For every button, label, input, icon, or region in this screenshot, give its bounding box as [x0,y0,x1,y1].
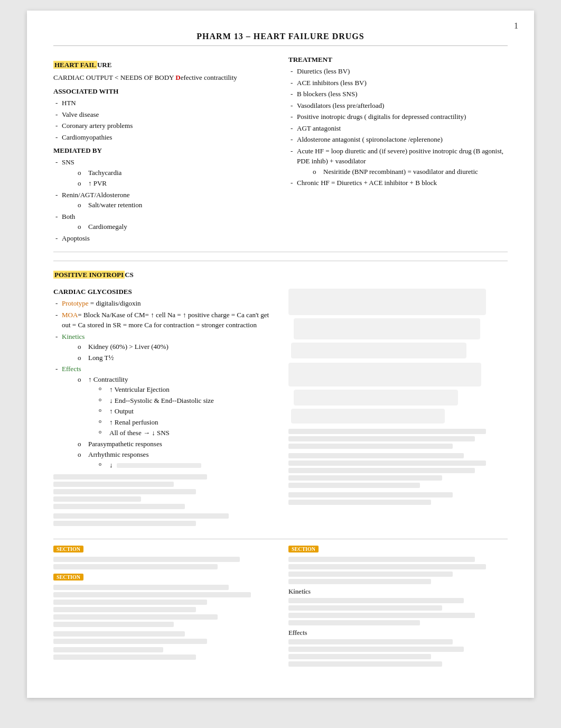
right-column: TREATMENT Diuretics (less BV) ACE inhibi… [288,56,508,245]
cardiac-glycosides-header: CARDIAC GLYCOSIDES [53,288,273,296]
list-item: Cardiomegaly [78,222,273,232]
pi-highlight: POSITIVE INOTROPI [53,271,125,279]
both-sub: Cardiomegaly [62,222,273,232]
treatment-header: TREATMENT [288,56,508,64]
heart-failure-header: HEART FAILURE [53,61,273,69]
list-item: HTN [53,98,273,108]
list-item: Nesiritide (BNP recombinant) = vasodilat… [313,167,508,177]
list-item: ↑ PVR [78,178,273,189]
list-item: Prototype = digitalis/digoxin [53,298,273,309]
kinetics-label: Kinetics [62,333,85,340]
list-item: Acute HF = loop diuretic and (if severe)… [288,146,508,177]
effects-sub-label: Effects [288,629,307,637]
moa-value: = Block Na/Kase of CM= ↑ cell Na = ↑ pos… [62,311,269,329]
effects-label: Effects [62,365,81,373]
prototype-label: Prototype [62,299,89,307]
list-item: Arrhythmic responses ↓ [78,449,273,470]
bottom-right: SECTION Kinetics Effects [288,545,508,669]
hf-highlight: HEART FAIL [53,61,97,69]
image-area [288,289,508,505]
list-item: Long T½ [78,353,273,363]
list-item: ↑ Output [99,406,273,417]
body-text-highlight: D [175,73,180,81]
list-item: Aldosterone antagonist ( spironolactone … [288,134,508,145]
kinetics-sub-label: Kinetics [288,588,311,595]
list-item: ACE inhibitors (less BV) [288,78,508,88]
list-item: Salt/water retention [78,200,273,210]
list-item: All of these → ↓ SNS [99,428,273,438]
acute-sub: Nesiritide (BNP recombinant) = vasodilat… [297,167,508,177]
list-item: ↑ Contractility ↑ Ventricular Ejection ↓… [78,374,273,438]
list-item: Valve disease [53,109,273,120]
list-item: ↓ End--Systolic & End--Diastolic size [99,395,273,406]
effects-sub: ↑ Contractility ↑ Ventricular Ejection ↓… [62,374,273,471]
cardiac-glycosides-section: CARDIAC GLYCOSIDES Prototype = digitalis… [53,285,508,528]
list-item: Renin/AGT/Aldosterone Salt/water retenti… [53,190,273,210]
associated-with-header: ASSOCIATED WITH [53,87,273,96]
page-title: PHARM 13 – HEART FAILURE DRUGS [53,32,508,46]
list-item: ↑ Ventricular Ejection [99,384,273,395]
effective-text: efective contractility [181,73,237,81]
pi-text-rest: CS [125,271,134,279]
list-item: Kinetics Kidney (60%) > Liver (40%) Long… [53,331,273,363]
kinetics-sub: Kidney (60%) > Liver (40%) Long T½ [62,342,273,363]
list-item: Diuretics (less BV) [288,66,508,77]
cardiac-glycosides-left: CARDIAC GLYCOSIDES Prototype = digitalis… [53,285,273,528]
top-section: HEART FAILURE CARDIAC OUTPUT < NEEDS OF … [53,56,508,252]
right-image-column [288,285,508,528]
list-item: B blockers (less SNS) [288,89,508,99]
list-item: Positive inotropic drugs ( digitalis for… [288,112,508,122]
positive-inotropics-header: POSITIVE INOTROPICS [53,271,508,279]
main-page: 1 PHARM 13 – HEART FAILURE DRUGS HEART F… [27,11,534,698]
cardiac-output-text: CARDIAC OUTPUT < NEEDS OF BODY [53,73,174,81]
bottom-right-badge: SECTION [288,546,319,552]
list-item: Parasympathetic responses [78,439,273,449]
mediated-by-header: MEDIATED BY [53,146,273,155]
list-item: ↓ [99,460,273,471]
list-item: Apoptosis [53,233,273,244]
list-item: Coronary artery problems [53,121,273,131]
cardiac-output-line: CARDIAC OUTPUT < NEEDS OF BODY Defective… [53,73,273,82]
treatment-list: Diuretics (less BV) ACE inhibitors (less… [288,66,508,188]
hf-text-rest: URE [97,61,111,69]
list-item: Kidney (60%) > Liver (40%) [78,342,273,352]
left-column: HEART FAILURE CARDIAC OUTPUT < NEEDS OF … [53,56,273,245]
mediated-by-list: SNS Tachycardia ↑ PVR Renin/AGT/Aldoster… [53,157,273,243]
arrhythmic-sub: ↓ [88,460,273,471]
list-item: ↑ Renal perfusion [99,417,273,428]
list-item: Effects ↑ Contractility ↑ Ventricular Ej… [53,364,273,470]
list-item: Vasodilators (less pre/afterload) [288,100,508,111]
sns-sub: Tachycardia ↑ PVR [62,168,273,189]
bottom-section: SECTION SECTION [53,539,508,669]
prototype-value: = digitalis/digoxin [89,299,141,307]
redacted-section [53,474,273,526]
bottom-left-badge: SECTION [53,546,83,552]
list-item: MOA= Block Na/Kase of CM= ↑ cell Na = ↑ … [53,310,273,330]
contractility-sub: ↑ Ventricular Ejection ↓ End--Systolic &… [88,384,273,438]
moa-label: MOA [62,311,78,319]
associated-with-list: HTN Valve disease Coronary artery proble… [53,98,273,142]
cardiac-glycosides-list: Prototype = digitalis/digoxin MOA= Block… [53,298,273,470]
bottom-left: SECTION SECTION [53,545,273,669]
positive-inotropics-section: POSITIVE INOTROPICS [53,261,508,279]
renin-sub: Salt/water retention [62,200,273,210]
page-number: 1 [514,21,518,31]
bottom-left-badge2: SECTION [53,574,83,580]
list-item: SNS Tachycardia ↑ PVR [53,157,273,189]
list-item: Tachycardia [78,168,273,178]
list-item: Both Cardiomegaly [53,211,273,232]
list-item: AGT antagonist [288,123,508,134]
list-item: Chronic HF = Diuretics + ACE inhibitor +… [288,178,508,188]
list-item: Cardiomyopathies [53,132,273,143]
